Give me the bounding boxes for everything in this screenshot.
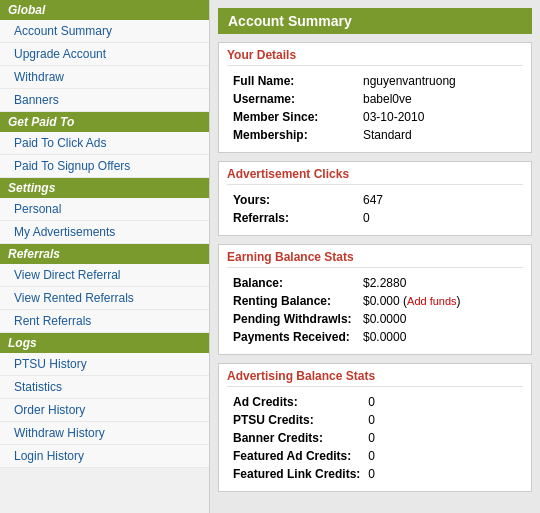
table-row: Balance:$2.2880 xyxy=(229,274,521,292)
add-funds-link[interactable]: Add funds xyxy=(407,295,457,307)
row-value: $0.0000 xyxy=(359,328,521,346)
row-value: 0 xyxy=(364,447,521,465)
row-label: Ad Credits: xyxy=(229,393,364,411)
section-title-earning-balance: Earning Balance Stats xyxy=(219,245,531,267)
table-row: Yours:647 xyxy=(229,191,521,209)
row-label: Banner Credits: xyxy=(229,429,364,447)
sidebar-item-withdraw-history[interactable]: Withdraw History xyxy=(0,422,209,445)
detail-table-advertising-balance: Ad Credits:0PTSU Credits:0Banner Credits… xyxy=(229,393,521,483)
row-value: babel0ve xyxy=(359,90,521,108)
row-label: Yours: xyxy=(229,191,359,209)
row-value: $0.0000 xyxy=(359,310,521,328)
row-label: Featured Ad Credits: xyxy=(229,447,364,465)
sidebar-item-ptsu-history[interactable]: PTSU History xyxy=(0,353,209,376)
section-ad-clicks: Advertisement ClicksYours:647Referrals:0 xyxy=(218,161,532,236)
sidebar-item-account-summary[interactable]: Account Summary xyxy=(0,20,209,43)
sidebar-item-banners[interactable]: Banners xyxy=(0,89,209,112)
table-row: Member Since:03-10-2010 xyxy=(229,108,521,126)
sidebar-header-logs: Logs xyxy=(0,333,209,353)
sidebar-item-order-history[interactable]: Order History xyxy=(0,399,209,422)
row-label: PTSU Credits: xyxy=(229,411,364,429)
row-value: 647 xyxy=(359,191,521,209)
section-title-your-details: Your Details xyxy=(219,43,531,65)
page-header: Account Summary xyxy=(218,8,532,34)
table-row: Featured Link Credits:0 xyxy=(229,465,521,483)
row-value: 0 xyxy=(364,429,521,447)
row-label: Payments Received: xyxy=(229,328,359,346)
row-value: 03-10-2010 xyxy=(359,108,521,126)
sidebar-item-paid-to-click[interactable]: Paid To Click Ads xyxy=(0,132,209,155)
section-earning-balance: Earning Balance StatsBalance:$2.2880Rent… xyxy=(218,244,532,355)
row-value: 0 xyxy=(364,393,521,411)
sidebar: GlobalAccount SummaryUpgrade AccountWith… xyxy=(0,0,210,513)
table-row: Ad Credits:0 xyxy=(229,393,521,411)
row-value: 0 xyxy=(364,465,521,483)
sidebar-item-upgrade-account[interactable]: Upgrade Account xyxy=(0,43,209,66)
row-label: Membership: xyxy=(229,126,359,144)
table-row: Referrals:0 xyxy=(229,209,521,227)
detail-table-ad-clicks: Yours:647Referrals:0 xyxy=(229,191,521,227)
table-row: Banner Credits:0 xyxy=(229,429,521,447)
row-label: Username: xyxy=(229,90,359,108)
section-your-details: Your DetailsFull Name:nguyenvantruongUse… xyxy=(218,42,532,153)
section-advertising-balance: Advertising Balance StatsAd Credits:0PTS… xyxy=(218,363,532,492)
table-row: Payments Received:$0.0000 xyxy=(229,328,521,346)
row-value: 0 xyxy=(359,209,521,227)
sidebar-header-referrals: Referrals xyxy=(0,244,209,264)
sidebar-header-get-paid-to: Get Paid To xyxy=(0,112,209,132)
row-value: $2.2880 xyxy=(359,274,521,292)
sidebar-item-my-advertisements[interactable]: My Advertisements xyxy=(0,221,209,244)
detail-table-your-details: Full Name:nguyenvantruongUsername:babel0… xyxy=(229,72,521,144)
row-value: nguyenvantruong xyxy=(359,72,521,90)
table-row: Username:babel0ve xyxy=(229,90,521,108)
sidebar-item-view-rented-referrals[interactable]: View Rented Referrals xyxy=(0,287,209,310)
sidebar-item-view-direct-referral[interactable]: View Direct Referral xyxy=(0,264,209,287)
row-label: Full Name: xyxy=(229,72,359,90)
row-label: Featured Link Credits: xyxy=(229,465,364,483)
section-title-advertising-balance: Advertising Balance Stats xyxy=(219,364,531,386)
row-value: 0 xyxy=(364,411,521,429)
section-title-ad-clicks: Advertisement Clicks xyxy=(219,162,531,184)
sidebar-item-personal[interactable]: Personal xyxy=(0,198,209,221)
sidebar-header-settings: Settings xyxy=(0,178,209,198)
row-value: $0.000 (Add funds) xyxy=(359,292,521,310)
table-row: Featured Ad Credits:0 xyxy=(229,447,521,465)
row-label: Pending Withdrawls: xyxy=(229,310,359,328)
sidebar-header-global: Global xyxy=(0,0,209,20)
table-row: Renting Balance:$0.000 (Add funds) xyxy=(229,292,521,310)
table-row: Pending Withdrawls:$0.0000 xyxy=(229,310,521,328)
row-label: Referrals: xyxy=(229,209,359,227)
row-label: Member Since: xyxy=(229,108,359,126)
sidebar-item-login-history[interactable]: Login History xyxy=(0,445,209,468)
table-row: Full Name:nguyenvantruong xyxy=(229,72,521,90)
detail-table-earning-balance: Balance:$2.2880Renting Balance:$0.000 (A… xyxy=(229,274,521,346)
row-label: Renting Balance: xyxy=(229,292,359,310)
sidebar-item-rent-referrals[interactable]: Rent Referrals xyxy=(0,310,209,333)
sidebar-item-statistics[interactable]: Statistics xyxy=(0,376,209,399)
row-value: Standard xyxy=(359,126,521,144)
sidebar-item-paid-to-signup[interactable]: Paid To Signup Offers xyxy=(0,155,209,178)
table-row: Membership:Standard xyxy=(229,126,521,144)
row-label: Balance: xyxy=(229,274,359,292)
table-row: PTSU Credits:0 xyxy=(229,411,521,429)
main-content: Account Summary Your DetailsFull Name:ng… xyxy=(210,0,540,513)
sidebar-item-withdraw[interactable]: Withdraw xyxy=(0,66,209,89)
